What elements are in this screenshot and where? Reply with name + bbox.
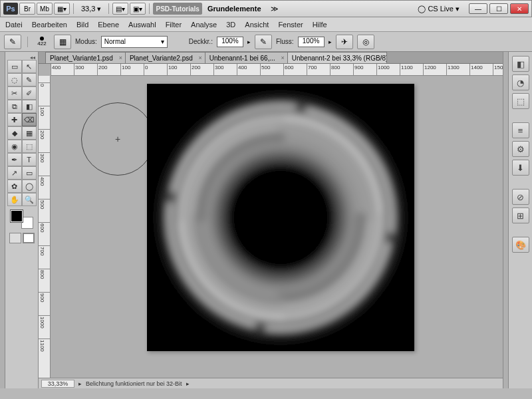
ruler-vertical: 010020030040050060070080090010001100: [39, 76, 51, 378]
tool-13[interactable]: ⬚: [22, 140, 37, 153]
tool-12[interactable]: ◉: [7, 140, 22, 153]
menu-filter[interactable]: Filter: [166, 21, 182, 29]
tool-19[interactable]: ◯: [22, 180, 37, 193]
document-content: [147, 84, 414, 351]
titlebar-zoom[interactable]: 33,3 ▾: [77, 5, 105, 13]
standard-mode-button[interactable]: [9, 233, 21, 243]
fluss-label: Fluss:: [276, 38, 294, 45]
menu-analyse[interactable]: Analyse: [191, 21, 217, 29]
airbrush-button[interactable]: ✈: [336, 35, 353, 49]
menu-bild[interactable]: Bild: [76, 21, 88, 29]
deckkr-input[interactable]: 100%: [217, 37, 243, 47]
color-swatches[interactable]: [11, 210, 33, 229]
toolbox-collapse[interactable]: ◂◂: [7, 55, 37, 60]
foreground-color[interactable]: [11, 210, 23, 222]
options-bar: ✎ 422 ▦ Modus: Normal▾ Deckkr.: 100% ▸ ✎…: [0, 32, 532, 52]
more-workspaces[interactable]: ≫: [267, 5, 283, 13]
svg-point-1: [229, 166, 333, 270]
tab-close-icon[interactable]: ×: [281, 55, 284, 61]
document-tabs: Planet_Variante1.psd×Planet_Variante2.ps…: [39, 52, 503, 64]
deckkr-label: Deckkr.:: [189, 38, 213, 45]
bridge-button[interactable]: Br: [19, 3, 35, 15]
brush-panel-button[interactable]: ▦: [54, 35, 71, 49]
document-tab-1[interactable]: Planet_Variante2.psd×: [125, 52, 205, 63]
background-color[interactable]: [21, 217, 33, 229]
opacity-pressure-button[interactable]: ✎: [255, 35, 272, 49]
panel-button-6[interactable]: ⊘: [512, 189, 529, 205]
tool-1[interactable]: ↖: [22, 60, 37, 73]
menu-hilfe[interactable]: Hilfe: [313, 21, 327, 29]
document-tab-0[interactable]: Planet_Variante1.psd×: [45, 52, 126, 63]
panel-button-5[interactable]: ⬇: [512, 160, 529, 176]
modus-label: Modus:: [75, 38, 97, 45]
menubar: Datei Bearbeiten Bild Ebene Auswahl Filt…: [0, 17, 532, 32]
menu-ebene[interactable]: Ebene: [98, 21, 119, 29]
menu-bearbeiten[interactable]: Bearbeiten: [32, 21, 67, 29]
arrange-button[interactable]: ▤▾: [112, 3, 128, 15]
tab-close-icon[interactable]: ×: [380, 55, 383, 61]
psd-tutorials-button[interactable]: PSD-Tutorials: [153, 3, 201, 15]
brush-preview[interactable]: 422: [34, 34, 50, 50]
close-button[interactable]: ✕: [510, 3, 529, 14]
tool-3[interactable]: ✎: [22, 73, 37, 86]
tool-11[interactable]: ▦: [22, 126, 37, 140]
status-bar: 33,33% ▸ Belichtung funktioniert nur bei…: [39, 378, 503, 388]
cslive-button[interactable]: ◯ CS Live ▾: [414, 5, 464, 13]
tablet-pressure-button[interactable]: ◎: [357, 35, 374, 49]
tool-4[interactable]: ✂: [7, 86, 22, 100]
toolbox: ◂◂ ▭↖◌✎✂✐⧉◧✚⌫◆▦◉⬚✒T↗▭✿◯✋🔍: [5, 52, 39, 388]
fluss-input[interactable]: 100%: [298, 37, 325, 47]
tool-9[interactable]: ⌫: [22, 113, 37, 126]
panel-dock: ◧◔⬚≡⚙⬇⊘⊞🎨: [508, 52, 532, 388]
quickmask-mode-button[interactable]: [23, 233, 35, 243]
screenmode-button[interactable]: ▣▾: [130, 3, 146, 15]
tab-close-icon[interactable]: ×: [119, 55, 122, 61]
left-gutter: [0, 52, 5, 388]
menu-auswahl[interactable]: Auswahl: [128, 21, 156, 29]
workspace-label[interactable]: Grundelemente: [203, 5, 265, 13]
tool-17[interactable]: ▭: [22, 166, 37, 180]
ruler-horizontal: 4003002001000100200300400500600700800900…: [51, 64, 503, 76]
modus-dropdown[interactable]: Normal▾: [101, 36, 168, 48]
menu-ansicht[interactable]: Ansicht: [245, 21, 269, 29]
tool-0[interactable]: ▭: [7, 60, 22, 73]
menu-datei[interactable]: Datei: [5, 21, 23, 29]
tool-8[interactable]: ✚: [7, 113, 22, 126]
tool-10[interactable]: ◆: [7, 126, 22, 140]
tool-16[interactable]: ↗: [7, 166, 22, 180]
panel-button-1[interactable]: ◔: [512, 74, 529, 90]
panel-button-4[interactable]: ⚙: [512, 141, 529, 157]
tool-21[interactable]: 🔍: [22, 193, 37, 206]
titlebar: Ps Br Mb ▦▾ 33,3 ▾ ▤▾ ▣▾ PSD-Tutorials G…: [0, 0, 532, 17]
tool-6[interactable]: ⧉: [7, 100, 22, 113]
tool-14[interactable]: ✒: [7, 153, 22, 166]
layout-button[interactable]: ▦▾: [54, 3, 70, 15]
tool-18[interactable]: ✿: [7, 180, 22, 193]
tool-5[interactable]: ✐: [22, 86, 37, 100]
app-logo: Ps: [3, 3, 18, 15]
panel-button-8[interactable]: 🎨: [512, 237, 529, 253]
minimize-button[interactable]: —: [469, 3, 487, 14]
panel-button-0[interactable]: ◧: [512, 56, 529, 72]
tool-preset-button[interactable]: ✎: [4, 35, 21, 49]
panel-button-7[interactable]: ⊞: [512, 207, 529, 223]
tool-7[interactable]: ◧: [22, 100, 37, 113]
swirl-graphic: [147, 84, 414, 351]
brush-cursor: +: [81, 102, 154, 176]
panel-button-2[interactable]: ⬚: [512, 93, 529, 109]
panel-button-3[interactable]: ≡: [512, 122, 529, 138]
document-tab-3[interactable]: Unbenannt-2 bei 33,3% (RGB/8) *×: [287, 52, 387, 63]
tool-20[interactable]: ✋: [7, 193, 22, 206]
tool-15[interactable]: T: [22, 153, 37, 166]
tab-close-icon[interactable]: ×: [199, 55, 202, 61]
document-tab-2[interactable]: Unbenannt-1 bei 66,...×: [205, 52, 288, 63]
menu-3d[interactable]: 3D: [226, 21, 235, 29]
right-gutter: [503, 52, 508, 388]
menu-fenster[interactable]: Fenster: [278, 21, 303, 29]
status-zoom[interactable]: 33,33%: [41, 380, 74, 388]
minibridge-button[interactable]: Mb: [37, 3, 53, 15]
tool-2[interactable]: ◌: [7, 73, 22, 86]
canvas[interactable]: +: [51, 76, 503, 378]
status-info: Belichtung funktioniert nur bei 32-Bit: [86, 380, 182, 387]
maximize-button[interactable]: ☐: [489, 3, 508, 14]
